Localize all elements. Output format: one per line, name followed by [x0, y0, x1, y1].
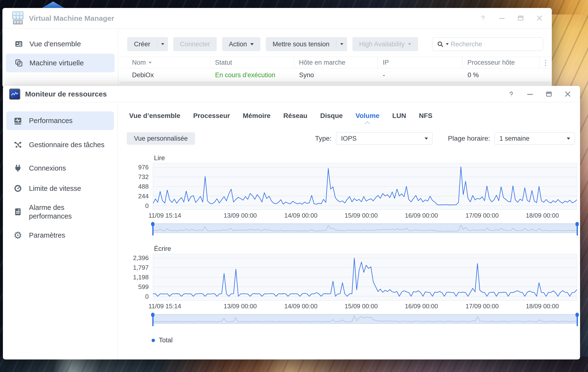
chart-title: Lire	[154, 155, 165, 162]
rm-titlebar: Moniteur de ressources	[3, 86, 580, 102]
x-tick-label: 14/09 00:00	[284, 212, 317, 219]
sidebar-item-label: Connexions	[29, 164, 66, 172]
x-tick-label: 11/09 15:14	[148, 302, 181, 310]
column-header-ip[interactable]: IP	[378, 57, 462, 68]
column-options-menu[interactable]: ⋮	[539, 57, 552, 68]
rm-sidebar: PerformancesGestionnaire des tâchesConne…	[3, 102, 117, 360]
y-tick-label: 732	[138, 173, 149, 181]
search-input[interactable]	[451, 41, 538, 48]
resource-monitor-window: Moniteur de ressources PerformancesGesti…	[3, 86, 580, 360]
maximize-icon[interactable]	[516, 14, 525, 22]
y-tick-label: 244	[138, 193, 149, 200]
speed-limit-icon	[13, 184, 22, 193]
column-label: Processeur hôte	[467, 59, 515, 66]
rm-window-title: Moniteur de ressources	[25, 86, 107, 102]
cr-er-button[interactable]: Créer	[127, 37, 168, 51]
sidebar-item-limite-de-vitesse[interactable]: Limite de vitesse	[3, 178, 117, 198]
tab-volume[interactable]: Volume	[355, 111, 380, 121]
custom-view-button[interactable]: Vue personnalisée	[127, 132, 195, 145]
vmm-window-controls	[479, 8, 544, 28]
chart-plot	[153, 163, 577, 210]
y-tick-label: 976	[138, 164, 149, 171]
sidebar-item-gestionnaire-des-t-ches[interactable]: Gestionnaire des tâches	[3, 132, 117, 158]
search-icon	[437, 41, 444, 48]
column-header-processeur-h-te[interactable]: Processeur hôte	[462, 57, 539, 68]
sidebar-item-label: Performances	[29, 117, 73, 125]
x-tick-label: 16/09 00:00	[405, 302, 438, 310]
close-icon[interactable]	[564, 90, 572, 98]
mettre-sous-tension-button[interactable]: Mettre sous tension	[266, 37, 347, 51]
chart-title: Écrire	[154, 245, 171, 253]
vmm-sidebar: Vue d'ensembleMachine virtuelle	[2, 29, 118, 88]
help-icon[interactable]	[507, 90, 515, 98]
minimize-icon[interactable]	[526, 90, 534, 98]
range-slider-right-handle[interactable]	[575, 222, 579, 236]
chevron-down-icon	[425, 137, 428, 140]
type-select[interactable]: IOPS	[336, 132, 432, 145]
column-label: Nom	[132, 59, 146, 66]
chart-x-axis: 11/09 15:1413/09 00:0014/09 00:0015/09 0…	[153, 211, 577, 219]
tab-disque[interactable]: Disque	[320, 111, 343, 121]
vm-table: NomStatutHôte en marcheIPProcesseur hôte…	[118, 57, 552, 82]
time-range-select-value: 1 semaine	[499, 135, 530, 142]
y-tick-label: 488	[138, 183, 149, 190]
x-tick-label: 16/09 00:00	[405, 212, 438, 219]
chart-y-axis: 0244488732976	[118, 163, 149, 210]
range-slider-left-handle[interactable]	[151, 313, 155, 326]
time-range-select[interactable]: 1 semaine	[494, 132, 575, 145]
vmm-window-title: Virtual Machine Manager	[29, 8, 114, 29]
tab-processeur[interactable]: Processeur	[193, 111, 231, 121]
chart-range-slider[interactable]	[153, 314, 577, 324]
sidebar-item-vue-d-ensemble[interactable]: Vue d'ensemble	[2, 35, 118, 52]
x-tick-label: 14/09 00:00	[284, 302, 317, 310]
sidebar-item-label: Limite de vitesse	[29, 185, 81, 193]
sidebar-item-performances[interactable]: Performances	[6, 112, 114, 130]
y-tick-label: 1,198	[133, 274, 149, 281]
column-header-nom[interactable]: Nom	[118, 57, 210, 68]
overview-icon	[14, 40, 23, 48]
tab-m-moire[interactable]: Mémoire	[242, 111, 271, 121]
button-label: Connecter	[180, 41, 210, 48]
column-label: IP	[383, 59, 389, 66]
minimize-icon[interactable]	[498, 14, 506, 22]
table-cell: 0 %	[463, 72, 540, 79]
y-tick-label: 2,396	[133, 254, 149, 262]
vm-icon	[14, 59, 23, 67]
write-chart: Écrire 05991,1981,7972,396 11/09 15:1413…	[118, 245, 577, 327]
split-dropdown-button[interactable]	[158, 37, 168, 51]
vmm-toolbar: CréerConnecterActionMettre sous tensionH…	[127, 37, 543, 51]
maximize-icon[interactable]	[545, 90, 553, 98]
tab-nfs[interactable]: NFS	[418, 111, 433, 121]
range-slider-left-handle[interactable]	[151, 222, 155, 236]
table-row[interactable]: DebiOxEn cours d'exécutionSyno-0 %	[118, 68, 552, 82]
split-dropdown-button[interactable]	[336, 37, 347, 51]
chevron-down-icon	[446, 43, 449, 45]
action-button[interactable]: Action	[222, 37, 261, 51]
button-label: Mettre sous tension	[273, 41, 329, 48]
close-icon[interactable]	[536, 14, 544, 22]
vmm-window: Virtual Machine Manager Vue d'ensembleMa…	[2, 8, 552, 88]
sidebar-item-connexions[interactable]: Connexions	[3, 158, 117, 178]
tab-r-seau[interactable]: Réseau	[283, 111, 308, 121]
sidebar-item-machine-virtuelle[interactable]: Machine virtuelle	[6, 53, 115, 72]
help-icon[interactable]	[479, 14, 487, 22]
tab-lun[interactable]: LUN	[392, 111, 407, 121]
sidebar-item-param-tres[interactable]: ⚙Paramètres	[3, 225, 117, 245]
chart-range-slider[interactable]	[153, 223, 577, 233]
connecter-button[interactable]: Connecter	[173, 37, 217, 51]
column-header-h-te-en-marche[interactable]: Hôte en marche	[294, 57, 378, 68]
column-header-statut[interactable]: Statut	[210, 57, 294, 68]
range-slider-right-handle[interactable]	[575, 313, 579, 326]
chevron-down-icon	[161, 43, 164, 45]
vm-table-header: NomStatutHôte en marcheIPProcesseur hôte…	[118, 57, 552, 68]
type-label: Type:	[315, 134, 331, 142]
high-availability-button[interactable]: High Availability	[352, 37, 418, 51]
tab-vue-d-ensemble[interactable]: Vue d’ensemble	[129, 111, 181, 121]
button-label: Créer	[134, 41, 150, 48]
legend-color-dot	[152, 339, 155, 342]
sidebar-item-alarme-des-performances[interactable]: Alarme desperformances	[3, 198, 117, 225]
x-tick-label: 18/09 00:00	[526, 302, 559, 310]
button-label: High Availability	[359, 41, 405, 48]
y-tick-label: 0	[145, 293, 149, 300]
performance-alarm-icon	[13, 207, 22, 216]
